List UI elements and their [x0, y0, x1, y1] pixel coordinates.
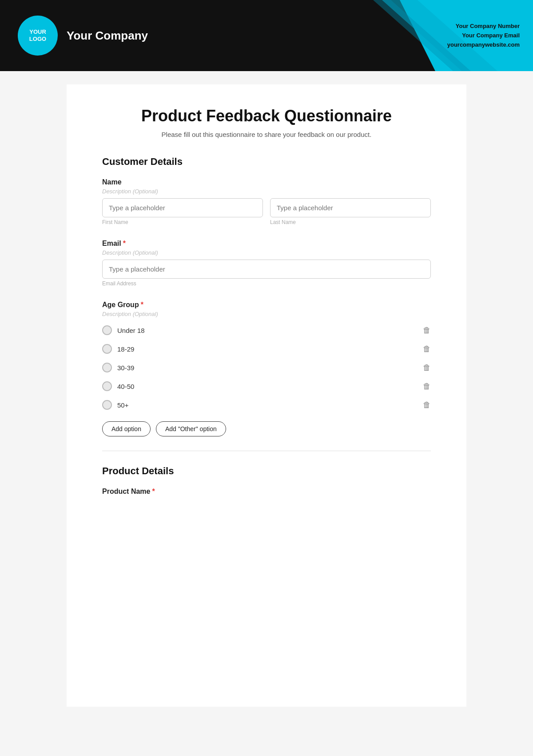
- first-name-wrapper: First Name: [102, 198, 263, 225]
- radio-label-under18: Under 18: [117, 327, 145, 334]
- field-label-email: Email *: [102, 240, 431, 248]
- section-product-details: Product Details Product Name *: [102, 465, 431, 496]
- radio-circle-30-39[interactable]: [102, 363, 112, 372]
- first-name-sublabel: First Name: [102, 219, 263, 225]
- page-header: YOUR LOGO Your Company Your Company Numb…: [0, 0, 533, 71]
- field-name: Name Description (Optional) First Name L…: [102, 178, 431, 225]
- radio-label-50plus: 50+: [117, 401, 128, 409]
- field-label-name: Name: [102, 178, 431, 186]
- field-desc-name: Description (Optional): [102, 188, 431, 195]
- email-required-star: *: [123, 240, 126, 248]
- radio-circle-18-29[interactable]: [102, 344, 112, 354]
- field-email: Email * Description (Optional) Email Add…: [102, 240, 431, 287]
- delete-icon-40-50[interactable]: 🗑: [423, 382, 431, 391]
- section-divider: [102, 451, 431, 451]
- radio-option-30-39: 30-39 🗑: [102, 358, 431, 377]
- radio-label-30-39: 30-39: [117, 364, 134, 372]
- company-logo: YOUR LOGO: [18, 16, 58, 56]
- radio-option-18-29: 18-29 🗑: [102, 340, 431, 358]
- radio-circle-under18[interactable]: [102, 325, 112, 335]
- add-option-button[interactable]: Add option: [102, 421, 151, 436]
- form-title: Product Feedback Questionnaire: [102, 107, 431, 125]
- field-label-age: Age Group *: [102, 301, 431, 309]
- last-name-input[interactable]: [270, 198, 431, 217]
- company-name: Your Company: [67, 29, 148, 43]
- age-required-star: *: [141, 301, 143, 309]
- field-age-group: Age Group * Description (Optional) Under…: [102, 301, 431, 436]
- radio-option-under18: Under 18 🗑: [102, 321, 431, 340]
- form-subtitle: Please fill out this questionnaire to sh…: [102, 131, 431, 138]
- radio-circle-40-50[interactable]: [102, 381, 112, 391]
- field-label-product-name: Product Name *: [102, 488, 431, 496]
- field-product-name: Product Name *: [102, 488, 431, 496]
- radio-label-18-29: 18-29: [117, 345, 134, 353]
- delete-icon-under18[interactable]: 🗑: [423, 326, 431, 335]
- email-input[interactable]: [102, 260, 431, 279]
- section-heading-product: Product Details: [102, 465, 431, 477]
- radio-label-40-50: 40-50: [117, 383, 134, 390]
- form-container: Product Feedback Questionnaire Please fi…: [67, 84, 466, 707]
- radio-circle-50plus[interactable]: [102, 400, 112, 410]
- delete-icon-50plus[interactable]: 🗑: [423, 400, 431, 410]
- last-name-sublabel: Last Name: [270, 219, 431, 225]
- radio-option-40-50: 40-50 🗑: [102, 377, 431, 396]
- section-heading-customer: Customer Details: [102, 156, 431, 168]
- field-desc-email: Description (Optional): [102, 249, 431, 256]
- company-website: yourcompanywebsite.com: [447, 40, 520, 49]
- email-sublabel: Email Address: [102, 280, 431, 287]
- add-option-row: Add option Add "Other" option: [102, 421, 431, 436]
- name-input-row: First Name Last Name: [102, 198, 431, 225]
- company-email: Your Company Email: [447, 31, 520, 40]
- delete-icon-30-39[interactable]: 🗑: [423, 363, 431, 372]
- first-name-input[interactable]: [102, 198, 263, 217]
- radio-option-50plus: 50+ 🗑: [102, 396, 431, 414]
- company-number: Your Company Number: [447, 22, 520, 31]
- header-contact-info: Your Company Number Your Company Email y…: [447, 22, 520, 49]
- product-name-required-star: *: [152, 488, 155, 496]
- add-other-option-button[interactable]: Add "Other" option: [156, 421, 226, 436]
- delete-icon-18-29[interactable]: 🗑: [423, 344, 431, 354]
- field-desc-age: Description (Optional): [102, 311, 431, 317]
- last-name-wrapper: Last Name: [270, 198, 431, 225]
- header-left: YOUR LOGO Your Company: [18, 16, 148, 56]
